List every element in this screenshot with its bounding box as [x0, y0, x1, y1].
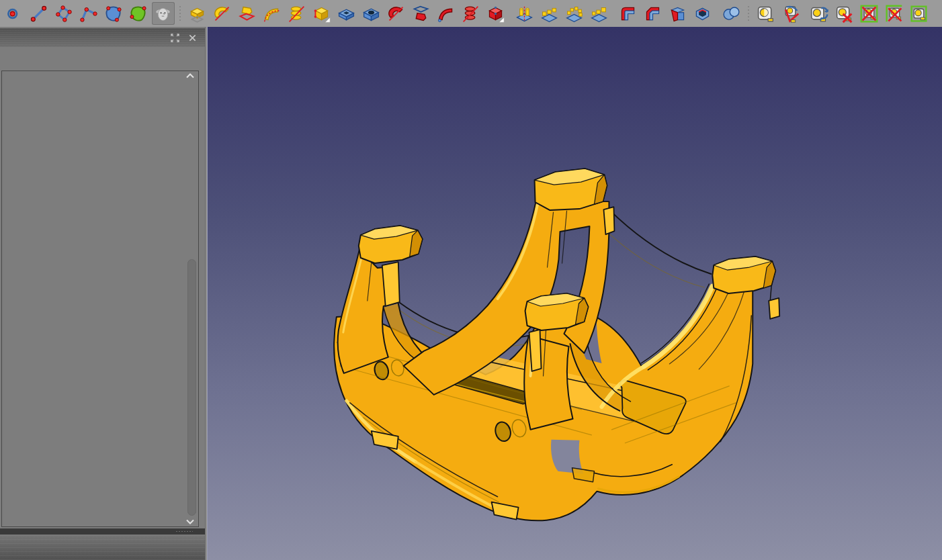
measure-angular-button[interactable]	[779, 2, 802, 25]
toggle-all-measurement-icon	[909, 4, 929, 24]
toolbar-group-sketcher-geometry	[1, 2, 175, 25]
toggle-3d-measurement-button[interactable]	[858, 2, 881, 25]
refresh-measurement-button[interactable]	[808, 2, 831, 25]
refresh-measurement-icon	[810, 4, 829, 24]
task-panel-titlebar[interactable]	[0, 28, 205, 47]
point-button[interactable]	[3, 2, 26, 25]
toolbar-group-partdesign-dressup	[615, 2, 715, 25]
freecad-window: { "app": { "name": "FreeCAD", "workbench…	[0, 0, 942, 560]
draft-button[interactable]	[667, 2, 689, 25]
restore-panel-button[interactable]	[169, 32, 181, 44]
draft-icon	[668, 4, 687, 24]
linear-pattern-icon	[540, 4, 559, 24]
chevron-down-icon[interactable]	[186, 519, 194, 524]
multitransform-icon	[589, 4, 609, 24]
pad-icon	[187, 4, 207, 24]
groove-button[interactable]	[385, 2, 408, 25]
task-scroll-area[interactable]	[1, 71, 199, 527]
toolbar-group-partdesign-transform	[512, 2, 611, 25]
point-icon	[4, 4, 24, 24]
additive-pipe-icon	[262, 4, 282, 24]
3d-model[interactable]	[208, 27, 942, 560]
panel-splitter-handle[interactable]	[0, 528, 205, 534]
subtractive-helix-button[interactable]	[460, 2, 482, 25]
thickness-icon	[693, 4, 712, 24]
boolean-button[interactable]	[720, 2, 743, 25]
carbon-copy-button[interactable]	[152, 2, 175, 25]
revolution-button[interactable]	[211, 2, 234, 25]
hole-button[interactable]	[360, 2, 383, 25]
subtractive-loft-icon	[411, 4, 431, 24]
bspline-icon	[103, 4, 123, 24]
groove-icon	[386, 4, 406, 24]
mirrored-icon	[515, 4, 534, 24]
line-button[interactable]	[28, 2, 50, 25]
pocket-icon	[337, 4, 356, 24]
toggle-all-measurement-button[interactable]	[908, 2, 931, 25]
toolbar-separator	[747, 5, 750, 22]
clear-measurement-icon	[834, 4, 854, 24]
rectangle-icon	[54, 4, 73, 24]
additive-helix-icon	[287, 4, 306, 24]
subtractive-loft-button[interactable]	[410, 2, 433, 25]
close-panel-icon	[188, 34, 197, 42]
subtractive-primitive-button[interactable]	[484, 2, 507, 25]
linear-pattern-button[interactable]	[538, 2, 561, 25]
task-panel	[0, 27, 206, 560]
hole-icon	[361, 4, 381, 24]
toggle-delta-measurement-button[interactable]	[883, 2, 906, 25]
fillet-button[interactable]	[617, 2, 640, 25]
boolean-icon	[722, 4, 741, 24]
bspline-button[interactable]	[102, 2, 125, 25]
toolbar-separator	[179, 5, 181, 22]
chamfer-button[interactable]	[642, 2, 665, 25]
additive-helix-button[interactable]	[286, 2, 308, 25]
polyline-button[interactable]	[77, 2, 100, 25]
panel-bottom-section	[0, 534, 205, 560]
3d-viewport[interactable]	[207, 27, 942, 560]
chevron-up-icon[interactable]	[186, 73, 194, 79]
pad-button[interactable]	[186, 2, 209, 25]
line-icon	[29, 4, 48, 24]
toolbar-group-partdesign-boolean	[719, 2, 744, 25]
toolbar-group-measure	[753, 2, 931, 25]
multitransform-button[interactable]	[588, 2, 611, 25]
pocket-button[interactable]	[335, 2, 358, 25]
measure-linear-button[interactable]	[755, 2, 777, 25]
toolbar-group-partdesign-additive	[185, 2, 334, 25]
additive-primitive-icon	[312, 4, 331, 24]
additive-primitive-button[interactable]	[310, 2, 333, 25]
polar-pattern-button[interactable]	[563, 2, 586, 25]
subtractive-helix-icon	[461, 4, 480, 24]
subtractive-pipe-button[interactable]	[435, 2, 458, 25]
subtractive-primitive-icon	[486, 4, 505, 24]
additive-loft-icon	[237, 4, 257, 24]
periodic-bspline-icon	[128, 4, 148, 24]
additive-loft-button[interactable]	[236, 2, 259, 25]
additive-pipe-button[interactable]	[261, 2, 284, 25]
subtractive-pipe-icon	[436, 4, 456, 24]
close-panel-button[interactable]	[186, 32, 198, 44]
vertical-scrollbar-thumb[interactable]	[187, 259, 196, 516]
periodic-bspline-button[interactable]	[127, 2, 150, 25]
thickness-button[interactable]	[691, 2, 714, 25]
measure-linear-icon	[756, 4, 775, 24]
splitter-grip-dots	[175, 530, 193, 532]
mirrored-button[interactable]	[513, 2, 536, 25]
carbon-copy-icon	[153, 4, 173, 24]
polar-pattern-icon	[564, 4, 584, 24]
restore-panel-icon	[171, 34, 179, 42]
measure-angular-icon	[781, 4, 800, 24]
main-toolbar	[0, 0, 942, 27]
revolution-icon	[212, 4, 232, 24]
toggle-delta-measurement-icon	[884, 4, 904, 24]
rectangle-button[interactable]	[52, 2, 75, 25]
polyline-icon	[79, 4, 98, 24]
fillet-icon	[618, 4, 638, 24]
chamfer-icon	[643, 4, 662, 24]
clear-measurement-button[interactable]	[833, 2, 856, 25]
toolbar-group-partdesign-subtractive	[334, 2, 508, 25]
toggle-3d-measurement-icon	[859, 4, 879, 24]
